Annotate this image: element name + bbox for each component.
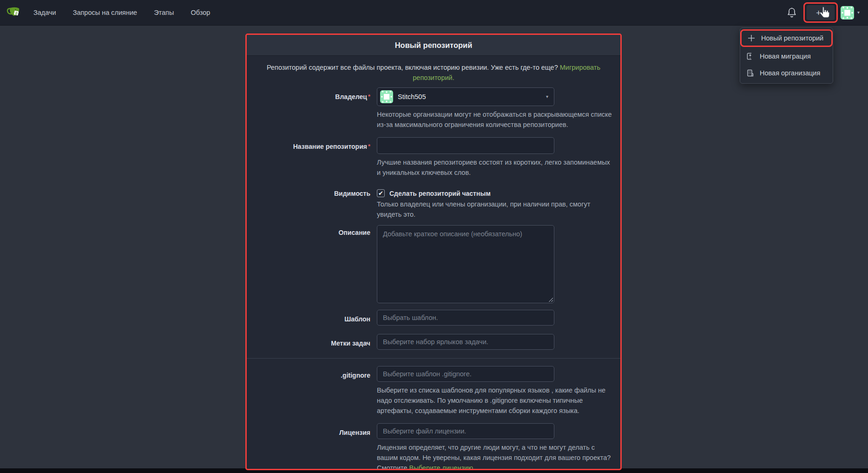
gitignore-help: Выберите из списка шаблонов для популярн… (377, 385, 612, 416)
navbar-right: + ▾ ▾ (787, 2, 868, 23)
plus-icon (747, 34, 756, 42)
gitignore-input[interactable] (377, 366, 554, 382)
page-title: Новый репозиторий (395, 41, 473, 50)
notifications-bell-icon[interactable] (787, 7, 797, 18)
owner-select[interactable]: Stitch505 ▾ (377, 87, 554, 106)
annotation-box-plus-button: + ▾ (803, 2, 838, 23)
resize-handle[interactable] (548, 297, 553, 302)
user-avatar (841, 6, 854, 20)
repo-name-input[interactable] (377, 137, 554, 154)
template-input[interactable] (377, 310, 554, 326)
field-issue-labels: Метки задач (254, 334, 613, 350)
field-template: Шаблон (254, 310, 613, 326)
nav-item-milestones[interactable]: Этапы (154, 9, 174, 16)
panel-header: Новый репозиторий (247, 35, 620, 56)
field-license: Лицензия Лицензия определяет, что другие… (254, 423, 613, 470)
menu-item-new-migration[interactable]: Новая миграция (740, 48, 833, 65)
description-label: Описание (254, 225, 370, 303)
intro-text: Репозиторий содержит все файлы проекта, … (257, 62, 610, 83)
menu-item-new-organization[interactable]: Новая организация (740, 65, 833, 81)
main-nav: Задачи Запросы на слияние Этапы Обзор (33, 9, 210, 16)
choose-license-link[interactable]: Выберите лицензию. (409, 464, 475, 470)
license-input[interactable] (377, 423, 554, 439)
license-label: Лицензия (254, 423, 370, 470)
owner-avatar (380, 90, 393, 103)
user-menu-trigger[interactable]: ▾ (841, 6, 860, 20)
caret-down-icon: ▾ (857, 10, 860, 15)
plus-icon: + (816, 8, 821, 17)
nav-item-explore[interactable]: Обзор (191, 9, 210, 16)
new-repository-panel: Новый репозиторий Репозиторий содержит в… (245, 33, 622, 470)
gitea-logo-icon[interactable] (7, 5, 21, 20)
nav-item-issues[interactable]: Задачи (33, 9, 56, 16)
template-label: Шаблон (254, 310, 370, 326)
description-textarea[interactable] (377, 225, 554, 303)
field-gitignore: .gitignore Выберите из списка шаблонов д… (254, 366, 613, 416)
repo-name-help: Лучшие названия репозиториев состоят из … (377, 157, 612, 178)
owner-value: Stitch505 (398, 93, 426, 100)
menu-item-label: Новая организация (760, 69, 820, 77)
field-owner: Владелец* Stitch505 ▾ Некот (254, 87, 613, 130)
create-new-dropdown: Новый репозиторий Новая миграция Новая о… (740, 27, 833, 84)
caret-down-icon: ▾ (823, 10, 825, 15)
panel-body: Репозиторий содержит все файлы проекта, … (247, 56, 620, 470)
private-checkbox-label[interactable]: Сделать репозиторий частным (389, 190, 491, 197)
owner-label: Владелец* (254, 87, 370, 130)
repo-name-label: Название репозитория* (254, 137, 370, 178)
license-help: Лицензия определяет, что другие люди мог… (377, 442, 612, 470)
private-checkbox[interactable]: ✔ (377, 189, 385, 197)
create-new-button[interactable]: + ▾ (807, 5, 835, 20)
section-divider (247, 358, 620, 359)
field-description: Описание (254, 225, 613, 303)
owner-help: Некоторые организации могут не отображат… (377, 109, 612, 130)
visibility-label: Видимость (254, 185, 370, 220)
menu-item-label: Новый репозиторий (761, 34, 823, 42)
intro-text-static: Репозиторий содержит все файлы проекта, … (267, 64, 558, 71)
issue-labels-label: Метки задач (254, 334, 370, 350)
required-asterisk: * (368, 143, 370, 150)
organization-icon (746, 69, 754, 77)
required-asterisk: * (368, 93, 370, 100)
gitignore-label: .gitignore (254, 366, 370, 416)
visibility-help: Только владелец или члены организации, п… (377, 199, 612, 220)
migration-icon (746, 52, 754, 60)
top-navbar: Задачи Запросы на слияние Этапы Обзор + … (0, 0, 868, 26)
caret-down-icon: ▾ (546, 94, 548, 99)
nav-item-pull-requests[interactable]: Запросы на слияние (73, 9, 137, 16)
field-visibility: Видимость ✔ Сделать репозиторий частным … (254, 185, 613, 220)
menu-item-new-repository[interactable]: Новый репозиторий (740, 29, 833, 47)
field-repo-name: Название репозитория* Лучшие названия ре… (254, 137, 613, 178)
issue-labels-input[interactable] (377, 334, 554, 350)
menu-item-label: Новая миграция (760, 53, 811, 60)
